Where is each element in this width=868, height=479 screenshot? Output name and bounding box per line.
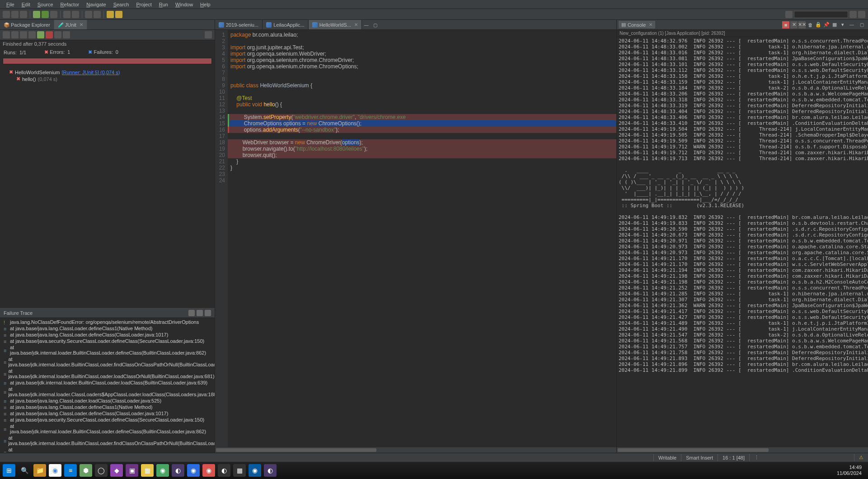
- compare-icon[interactable]: [197, 310, 203, 316]
- view-menu-icon[interactable]: [205, 31, 212, 38]
- terminate-icon[interactable]: ■: [782, 21, 789, 28]
- rerun-failed-icon[interactable]: [46, 31, 53, 38]
- failure-trace-list[interactable]: !java.lang.NoClassDefFoundError: org/ope…: [0, 318, 215, 453]
- prev-failure-icon[interactable]: [11, 31, 19, 38]
- close-icon[interactable]: ✕: [649, 22, 652, 27]
- code-line[interactable]: browser.quit();: [228, 152, 616, 158]
- next-failure-icon[interactable]: [3, 31, 10, 38]
- trace-line[interactable]: ≡at java.base/java.security.SecureClassL…: [2, 417, 213, 423]
- chrome-icon[interactable]: ◉: [49, 464, 61, 477]
- code-line[interactable]: package br.com.alura.leilao;: [228, 32, 616, 38]
- console-tab[interactable]: ▤ Console ✕: [619, 21, 655, 28]
- code-line[interactable]: }: [228, 158, 616, 165]
- editor-minimize-icon[interactable]: —: [363, 21, 370, 28]
- code-line[interactable]: public class HelloWorldSelenium {: [228, 82, 616, 89]
- perspective-debug-icon[interactable]: [858, 11, 865, 18]
- trace-line[interactable]: ≡at java.base/jdk.internal.loader.Builti…: [2, 446, 213, 453]
- console-maximize-icon[interactable]: ▢: [858, 21, 865, 28]
- code-editor[interactable]: 123456789101112131415161718192021222324 …: [215, 30, 616, 447]
- perspective-java-icon[interactable]: [849, 11, 857, 18]
- code-line[interactable]: [228, 171, 616, 177]
- code-line[interactable]: options.addArguments("--no-sandbox");: [228, 127, 616, 133]
- console-scrollbar[interactable]: [617, 447, 868, 453]
- app1-icon[interactable]: ◆: [110, 464, 123, 477]
- close-icon[interactable]: ✕: [80, 22, 83, 27]
- clear-console-icon[interactable]: 🗑: [807, 21, 814, 28]
- menu-help[interactable]: Help: [197, 1, 213, 8]
- trace-line[interactable]: ≡at java.base/jdk.internal.loader.Builti…: [2, 423, 213, 435]
- menu-run[interactable]: Run: [156, 1, 171, 8]
- editor-scrollbar[interactable]: [215, 447, 616, 453]
- menu-project[interactable]: Project: [134, 1, 155, 8]
- editor-maximize-icon[interactable]: ▢: [372, 21, 379, 28]
- code-line[interactable]: [228, 76, 616, 82]
- save-all-icon[interactable]: [20, 11, 27, 18]
- code-line[interactable]: ChromeOptions options = new ChromeOption…: [228, 120, 616, 127]
- menu-source[interactable]: Source: [35, 1, 56, 8]
- menu-refactor[interactable]: Refactor: [58, 1, 82, 8]
- trace-line[interactable]: ≡at java.base/jdk.internal.loader.Builti…: [2, 344, 213, 356]
- app6-icon[interactable]: ◉: [202, 464, 215, 477]
- menu-navigate[interactable]: Navigate: [84, 1, 108, 8]
- menu-edit[interactable]: Edit: [19, 1, 33, 8]
- left-tab-junit[interactable]: 🧪JUnit✕: [54, 20, 87, 29]
- rerun-icon[interactable]: [37, 31, 44, 38]
- quick-access-icon[interactable]: [785, 11, 793, 18]
- open-type-icon[interactable]: [85, 11, 92, 18]
- taskbar-clock[interactable]: 14:49 11/06/2024: [837, 465, 865, 476]
- trace-line[interactable]: ≡at java.base/jdk.internal.loader.Builti…: [2, 379, 213, 386]
- code-line[interactable]: [228, 133, 616, 139]
- code-line[interactable]: import org.openqa.selenium.chrome.Chrome…: [228, 57, 616, 63]
- tree-item[interactable]: ✖ HelloWorldSelenium [Runner: JUnit 5] (…: [4, 69, 211, 76]
- filter-trace-icon[interactable]: [188, 310, 195, 316]
- status-overflow-icon[interactable]: ⋮: [749, 454, 764, 461]
- left-tab-package-explorer[interactable]: 📦Package Explorer: [0, 20, 54, 29]
- menu-file[interactable]: File: [4, 1, 17, 8]
- back-icon[interactable]: [107, 11, 114, 18]
- intellij-icon[interactable]: ▦: [233, 464, 246, 477]
- remove-all-icon[interactable]: ✕✕: [798, 21, 806, 28]
- eclipse2-icon[interactable]: ◐: [264, 464, 277, 477]
- pin-console-icon[interactable]: 📌: [823, 21, 830, 28]
- trace-line[interactable]: ≡at java.base/jdk.internal.loader.Builti…: [2, 368, 213, 379]
- search-icon[interactable]: [94, 11, 101, 18]
- edge-icon[interactable]: ◉: [249, 464, 261, 477]
- code-line[interactable]: }: [228, 165, 616, 171]
- code-line[interactable]: import org.openqa.selenium.chrome.Chrome…: [228, 63, 616, 70]
- eclipse-icon[interactable]: ◐: [172, 464, 184, 477]
- new-package-icon[interactable]: [63, 11, 70, 18]
- trace-line[interactable]: ≡at java.base/jdk.internal.loader.ClassL…: [2, 386, 213, 398]
- trace-line[interactable]: ≡at java.base/java.lang.ClassLoader.defi…: [2, 332, 213, 338]
- app5-icon[interactable]: ◉: [187, 464, 200, 477]
- close-icon[interactable]: ✕: [354, 22, 358, 27]
- trace-line[interactable]: ≡at java.base/jdk.internal.loader.Builti…: [2, 435, 213, 446]
- trace-line[interactable]: !java.lang.NoClassDefFoundError: org/ope…: [2, 319, 213, 325]
- junit-tree[interactable]: ✖ HelloWorldSelenium [Runner: JUnit 5] (…: [0, 67, 215, 308]
- code-line[interactable]: @Test: [228, 95, 616, 101]
- save-icon[interactable]: [11, 11, 19, 18]
- status-notification-icon[interactable]: ⚠: [854, 454, 868, 461]
- vscode-icon[interactable]: ≡: [64, 464, 77, 477]
- console-output[interactable]: 2024-06-11 14:48:32.976 INFO 26392 --- […: [617, 37, 868, 447]
- editor-tab[interactable]: HelloWorldS...✕: [309, 20, 362, 29]
- scroll-lock-icon[interactable]: [28, 31, 36, 38]
- show-failures-icon[interactable]: [20, 31, 27, 38]
- explorer-icon[interactable]: 📁: [33, 464, 46, 477]
- editor-tab[interactable]: LeilaoApplic...: [263, 20, 309, 29]
- code-line[interactable]: WebDriver browser = new ChromeDriver(opt…: [228, 139, 616, 146]
- menu-search[interactable]: Search: [111, 1, 132, 8]
- trace-line[interactable]: ≡at java.base/java.lang.ClassLoader.load…: [2, 398, 213, 404]
- quick-access-input[interactable]: [794, 11, 848, 18]
- run-icon[interactable]: [42, 11, 49, 18]
- new-icon[interactable]: [3, 11, 10, 18]
- trace-line[interactable]: ≡at java.base/java.security.SecureClassL…: [2, 338, 213, 344]
- new-class-icon[interactable]: [72, 11, 79, 18]
- code-content[interactable]: package br.com.alura.leilao; import org.…: [228, 30, 616, 447]
- forward-icon[interactable]: [115, 11, 122, 18]
- trace-line[interactable]: ≡at java.base/jdk.internal.loader.Builti…: [2, 356, 213, 368]
- code-line[interactable]: [228, 177, 616, 184]
- trace-line[interactable]: ≡at java.base/java.lang.ClassLoader.defi…: [2, 410, 213, 417]
- app7-icon[interactable]: ◐: [218, 464, 230, 477]
- debug-icon[interactable]: [33, 11, 40, 18]
- obs-icon[interactable]: ◯: [95, 464, 108, 477]
